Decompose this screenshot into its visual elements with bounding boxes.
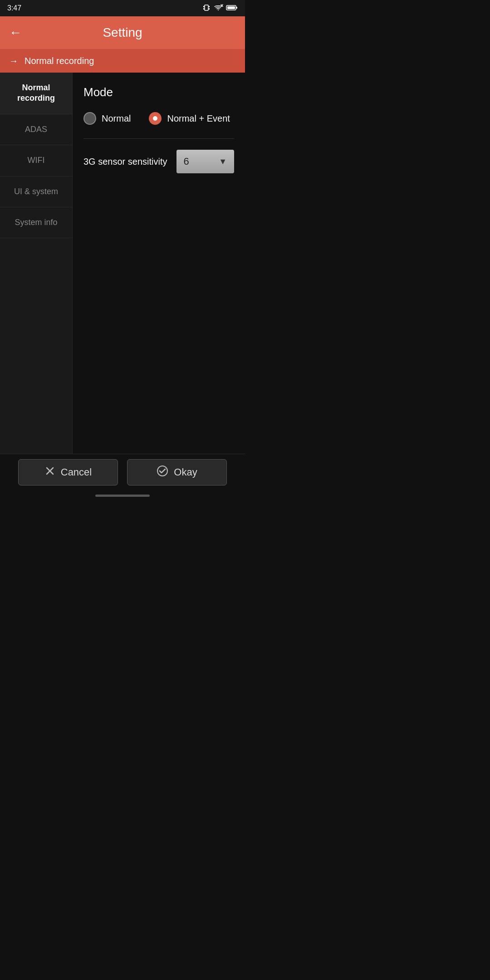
- sidebar-item-normal-recording[interactable]: Normal recording: [0, 73, 72, 114]
- main-layout: Normal recording ADAS WIFI UI & system S…: [0, 73, 245, 454]
- breadcrumb-text: Normal recording: [24, 56, 94, 66]
- sidebar-item-ui-system[interactable]: UI & system: [0, 176, 72, 207]
- status-time: 3:47: [7, 4, 21, 12]
- app-header: ← Setting: [0, 16, 245, 49]
- radio-normal-event-circle: [149, 112, 162, 125]
- svg-rect-0: [205, 5, 208, 10]
- sensor-label: 3G sensor sensitivity: [83, 156, 167, 167]
- nav-bar: [95, 495, 150, 497]
- wifi-x-icon: [213, 4, 223, 13]
- nav-indicator: [0, 490, 245, 501]
- sensor-row: 3G sensor sensitivity 6 ▼: [83, 150, 234, 173]
- svg-rect-4: [209, 8, 210, 10]
- okay-button[interactable]: Okay: [127, 459, 227, 485]
- svg-rect-9: [227, 6, 235, 9]
- radio-normal-event[interactable]: Normal + Event: [149, 112, 230, 125]
- status-icons: [202, 4, 238, 13]
- cancel-label: Cancel: [61, 466, 92, 478]
- okay-icon: [157, 465, 168, 480]
- svg-rect-8: [236, 7, 237, 9]
- vibrate-icon: [202, 4, 211, 13]
- sensor-dropdown-value: 6: [184, 156, 189, 167]
- svg-rect-2: [209, 6, 210, 7]
- section-title: Mode: [83, 85, 234, 99]
- cancel-icon: [44, 466, 55, 479]
- svg-point-12: [157, 466, 167, 476]
- sidebar-item-adas[interactable]: ADAS: [0, 114, 72, 145]
- svg-rect-3: [203, 8, 204, 10]
- radio-normal-circle: [83, 112, 96, 125]
- radio-normal[interactable]: Normal: [83, 112, 131, 125]
- okay-label: Okay: [174, 466, 197, 478]
- cancel-button[interactable]: Cancel: [18, 459, 118, 485]
- sidebar: Normal recording ADAS WIFI UI & system S…: [0, 73, 73, 454]
- bottom-bar: Cancel Okay: [0, 454, 245, 490]
- sidebar-item-system-info[interactable]: System info: [0, 207, 72, 238]
- radio-normal-event-label: Normal + Event: [167, 113, 230, 124]
- back-button[interactable]: ←: [9, 25, 22, 40]
- dropdown-arrow-icon: ▼: [219, 157, 227, 167]
- svg-rect-1: [203, 6, 204, 7]
- mode-radio-group: Normal Normal + Event: [83, 112, 234, 125]
- header-title: Setting: [103, 25, 142, 40]
- sensor-dropdown[interactable]: 6 ▼: [176, 150, 234, 173]
- radio-normal-label: Normal: [102, 113, 131, 124]
- sidebar-item-wifi[interactable]: WIFI: [0, 145, 72, 176]
- breadcrumb-arrow: →: [9, 56, 18, 66]
- battery-icon: [226, 5, 238, 12]
- status-bar: 3:47: [0, 0, 245, 16]
- section-divider: [83, 138, 234, 139]
- breadcrumb: → Normal recording: [0, 49, 245, 73]
- content-area: Mode Normal Normal + Event 3G sensor sen…: [73, 73, 245, 454]
